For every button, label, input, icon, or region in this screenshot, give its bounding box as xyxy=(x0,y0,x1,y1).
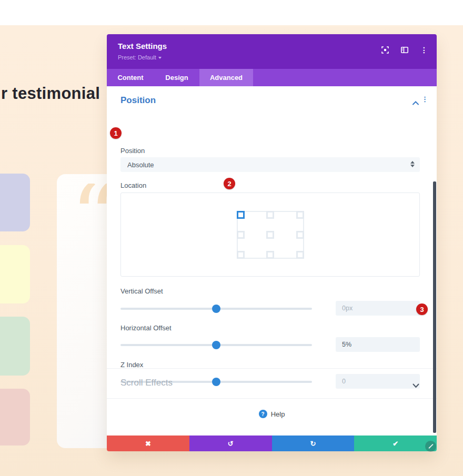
location-middle-center[interactable] xyxy=(266,231,274,239)
position-field-label: Position xyxy=(120,147,145,155)
modal-header: Text Settings Preset: Default ⋮ xyxy=(107,34,437,69)
horizontal-offset-slider[interactable] xyxy=(120,344,312,346)
preset-selector[interactable]: Preset: Default xyxy=(118,54,162,60)
tab-content[interactable]: Content xyxy=(107,69,154,86)
undo-button[interactable]: ↺ xyxy=(189,436,272,451)
scroll-effects-toggle[interactable]: Scroll Effects xyxy=(107,369,437,398)
modal-title: Text Settings xyxy=(118,42,167,50)
preset-label: Preset: Default xyxy=(118,54,156,60)
redo-button[interactable]: ↻ xyxy=(272,436,355,451)
vertical-offset-input[interactable] xyxy=(336,301,420,316)
annotation-badge-2: 2 xyxy=(224,178,235,189)
preset-caret-icon xyxy=(158,57,162,59)
location-bottom-center[interactable] xyxy=(266,251,274,259)
select-arrows-icon xyxy=(410,161,415,167)
save-button[interactable]: ✔ xyxy=(354,436,437,451)
location-top-center[interactable] xyxy=(266,211,274,219)
modal-resize-handle[interactable] xyxy=(425,441,436,452)
location-top-left[interactable] xyxy=(237,211,245,219)
annotation-badge-1: 1 xyxy=(110,127,122,139)
chevron-down-icon xyxy=(412,381,419,390)
position-section-title: Position xyxy=(120,95,156,106)
modal-action-bar: ✖ ↺ ↻ ✔ xyxy=(107,436,437,451)
decor-box-yellow xyxy=(0,245,30,303)
section-kebab-icon[interactable]: ⋮ xyxy=(421,95,428,103)
location-bottom-right[interactable] xyxy=(296,251,304,259)
horizontal-offset-label: Horizontal Offset xyxy=(120,324,172,332)
location-top-right[interactable] xyxy=(296,211,304,219)
help-icon: ? xyxy=(259,410,267,418)
kebab-menu-icon[interactable]: ⋮ xyxy=(420,46,428,54)
background-heading: r testimonial xyxy=(1,84,100,103)
position-section-toggle[interactable]: Position ⋮ xyxy=(107,93,437,108)
annotation-badge-3: 3 xyxy=(416,303,428,315)
vertical-offset-slider[interactable] xyxy=(120,308,312,310)
cancel-button[interactable]: ✖ xyxy=(107,436,189,451)
undo-icon: ↺ xyxy=(228,440,234,448)
modal-body: Position ⋮ Position Absolute Location xyxy=(107,86,437,436)
chevron-up-icon[interactable] xyxy=(412,98,419,107)
tab-bar: Content Design Advanced xyxy=(107,69,437,86)
decor-box-green xyxy=(0,317,30,376)
tab-advanced[interactable]: Advanced xyxy=(199,69,253,86)
horizontal-offset-input[interactable] xyxy=(336,337,420,352)
location-picker xyxy=(120,193,420,277)
location-middle-right[interactable] xyxy=(296,231,304,239)
tab-design[interactable]: Design xyxy=(154,69,199,86)
redo-icon: ↻ xyxy=(310,440,316,448)
vertical-offset-slider-thumb[interactable] xyxy=(212,305,220,313)
modal-scrollbar[interactable] xyxy=(433,181,436,433)
location-field-label: Location xyxy=(120,181,146,189)
location-rect xyxy=(237,211,304,259)
layout-panel-icon[interactable] xyxy=(400,46,409,54)
position-select-value: Absolute xyxy=(127,161,154,169)
check-icon: ✔ xyxy=(392,440,398,448)
scroll-effects-title: Scroll Effects xyxy=(120,378,173,388)
horizontal-offset-slider-thumb[interactable] xyxy=(212,341,220,349)
decor-box-pink xyxy=(0,389,30,445)
divider xyxy=(107,398,437,399)
location-middle-left[interactable] xyxy=(237,231,245,239)
position-select[interactable]: Absolute xyxy=(120,157,420,172)
decor-box-lavender xyxy=(0,174,30,231)
location-bottom-left[interactable] xyxy=(237,251,245,259)
help-link[interactable]: ? Help xyxy=(107,408,437,420)
text-settings-modal: Text Settings Preset: Default ⋮ Content … xyxy=(107,34,437,451)
z-index-label: Z Index xyxy=(120,361,143,369)
focus-expand-icon[interactable] xyxy=(381,46,389,54)
help-label: Help xyxy=(271,410,285,418)
close-icon: ✖ xyxy=(145,440,151,448)
vertical-offset-label: Vertical Offset xyxy=(120,287,163,295)
